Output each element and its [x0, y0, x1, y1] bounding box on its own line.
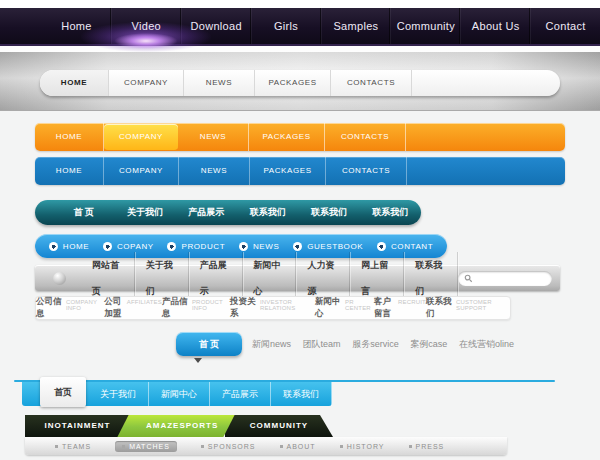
bullet-icon	[201, 445, 204, 448]
row-item-service[interactable]: 服务service	[352, 338, 399, 351]
dropdown-arrow-icon	[194, 358, 202, 367]
segment-community[interactable]: COMMUNITY	[225, 415, 333, 437]
sub-item-about[interactable]: ABOUT	[280, 443, 316, 450]
sphere-icon	[53, 272, 66, 285]
teal-item-products[interactable]: 产品展示	[176, 200, 237, 225]
nav-item-about-us[interactable]: About Us	[460, 8, 530, 44]
nav-item-samples[interactable]: Samples	[321, 8, 391, 44]
segment-inotainment[interactable]: INOTAINMENT	[25, 415, 130, 437]
teal-item-contact-3[interactable]: 联系我们	[360, 200, 421, 225]
blue-item-packages[interactable]: PACKAGES	[250, 157, 326, 185]
row-item-case[interactable]: 案例case	[410, 338, 447, 351]
teal-nav: 首 页 关于我们 产品展示 联系我们 联系我们 联系我们	[35, 200, 421, 225]
sub-item-history[interactable]: HISTORY	[340, 443, 385, 450]
dual-item-pr-center[interactable]: 新闻中心PR CENTER	[315, 296, 374, 320]
orange-nav: HOME COMPANY NEWS PACKAGES CONTACTS	[35, 123, 565, 151]
cyan-item-contact[interactable]: 联系我们	[271, 382, 332, 406]
blue-item-home[interactable]: HOME	[35, 157, 104, 185]
bullet-icon	[340, 445, 343, 448]
teal-item-contact-1[interactable]: 联系我们	[237, 200, 298, 225]
bullet-icon	[377, 242, 386, 251]
segment-amazesports-active[interactable]: AMAZESPORTS	[117, 415, 234, 437]
nav-item-video-active[interactable]: Video	[111, 8, 181, 44]
gray-toolbar: 网站首页 关于我们 产品展示 新闻中心 人力资源 网上留言 联系我们	[35, 265, 560, 291]
sub-item-teams[interactable]: TEAMS	[55, 443, 91, 450]
sub-item-sponsors[interactable]: SPONSORS	[201, 443, 256, 450]
search-box[interactable]	[458, 271, 552, 286]
top-margin	[0, 0, 600, 8]
home-button[interactable]: 首 页	[176, 332, 242, 356]
sports-nav: INOTAINMENT AMAZESPORTS COMMUNITY TEAMS …	[25, 415, 507, 455]
nav-showcase-page: Home Video Download Girls Samples Commun…	[0, 0, 600, 460]
cyan-item-about[interactable]: 关于我们	[88, 382, 149, 406]
blue-item-company[interactable]: COMPANY	[104, 157, 179, 185]
dual-language-nav: 公司信息COMPANY INFO 公司加盟AFFILIATES 产品信息PROD…	[35, 296, 511, 320]
row-item-news[interactable]: 新闻news	[252, 338, 291, 351]
bullet-icon	[167, 242, 176, 251]
tab-contacts[interactable]: CONTACTS	[331, 70, 412, 96]
tab-news[interactable]: NEWS	[184, 70, 255, 96]
orange-item-packages[interactable]: PACKAGES	[249, 123, 325, 151]
nav-item-contact[interactable]: Contact	[530, 8, 600, 44]
bullet-item-copany[interactable]: COPANY	[103, 242, 154, 251]
bullet-icon	[239, 242, 248, 251]
sub-item-press[interactable]: PRESS	[409, 443, 445, 450]
cyan-item-news-center[interactable]: 新闻中心	[149, 382, 210, 406]
orange-item-contacts[interactable]: CONTACTS	[325, 123, 406, 151]
white-pill-tabs: HOME COMPANY NEWS PACKAGES CONTACTS	[40, 70, 560, 96]
orange-item-company-active[interactable]: COMPANY	[104, 124, 178, 150]
bullet-item-guestbook[interactable]: GUESTBOOK	[293, 242, 363, 251]
tab-button-items: 新闻news 团队team 服务service 案例case 在线营销oline	[252, 332, 514, 356]
purple-top-nav: Home Video Download Girls Samples Commun…	[0, 8, 600, 46]
bullet-icon	[280, 445, 283, 448]
row-item-online[interactable]: 在线营销oline	[459, 338, 514, 351]
bullet-icon	[103, 242, 112, 251]
dual-item-company-info[interactable]: 公司信息COMPANY INFO	[36, 296, 104, 320]
teal-item-about[interactable]: 关于我们	[114, 200, 175, 225]
dual-item-investor-relations[interactable]: 投资关系INVESTOR RELATIONS	[230, 296, 315, 320]
bullet-icon	[122, 445, 125, 448]
search-icon	[464, 274, 473, 283]
tab-company[interactable]: COMPANY	[109, 70, 184, 96]
teal-item-contact-2[interactable]: 联系我们	[298, 200, 359, 225]
bullet-item-product[interactable]: PRODUCT	[167, 242, 225, 251]
purple-glow-core	[114, 33, 178, 49]
tab-button-row: 首 页 新闻news 团队team 服务service 案例case 在线营销o…	[0, 332, 600, 368]
bullet-item-news[interactable]: NEWS	[239, 242, 279, 251]
bullet-icon	[409, 445, 412, 448]
search-input[interactable]	[476, 271, 546, 285]
bullet-icon	[55, 445, 58, 448]
tab-packages[interactable]: PACKAGES	[255, 70, 331, 96]
blue-item-news[interactable]: NEWS	[179, 157, 250, 185]
bullet-item-contant[interactable]: CONTANT	[377, 242, 433, 251]
dual-item-recruit[interactable]: 客户留言RECRUIT	[374, 296, 426, 320]
orange-item-home[interactable]: HOME	[35, 123, 104, 151]
nav-item-girls[interactable]: Girls	[251, 8, 321, 44]
blue-nav: HOME COMPANY NEWS PACKAGES CONTACTS	[35, 157, 565, 185]
cyan-active-tab-home[interactable]: 首页	[40, 377, 86, 407]
bullet-icon	[293, 242, 302, 251]
row-item-team[interactable]: 团队team	[303, 338, 341, 351]
teal-item-home[interactable]: 首 页	[53, 200, 114, 225]
dual-item-affiliates[interactable]: 公司加盟AFFILIATES	[104, 296, 162, 320]
nav-item-community[interactable]: Community	[390, 8, 460, 44]
bullet-icon	[49, 242, 58, 251]
sports-sub-nav: TEAMS MATCHES SPONSORS ABOUT HISTORY PRE…	[25, 437, 507, 455]
orange-item-news[interactable]: NEWS	[178, 123, 249, 151]
dual-item-customer-support[interactable]: 联系我们CUSTOMER SUPPORT	[426, 296, 510, 320]
dual-item-product-info[interactable]: 产品信息PRODUCT INFO	[162, 296, 230, 320]
tab-home[interactable]: HOME	[40, 70, 109, 96]
bullet-item-home[interactable]: HOME	[49, 242, 89, 251]
cyan-item-products[interactable]: 产品展示	[210, 382, 271, 406]
sub-item-matches-active[interactable]: MATCHES	[115, 441, 177, 452]
blue-item-contacts[interactable]: CONTACTS	[326, 157, 407, 185]
